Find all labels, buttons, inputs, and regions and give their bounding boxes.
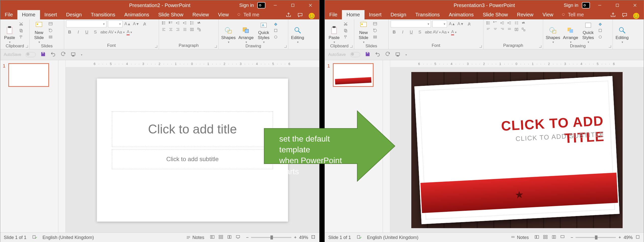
tab-design[interactable]: Design [386,10,411,19]
layout-icon[interactable] [372,21,378,26]
subtitle-placeholder[interactable]: Click to add subtitle [112,149,273,169]
indent-dec-icon[interactable] [500,20,505,25]
new-slide-button[interactable]: New Slide▼ [32,20,46,44]
section-icon[interactable] [48,34,53,40]
quick-styles-button[interactable]: AQuick Styles▼ [256,20,271,44]
font-size-combo[interactable]: ▼ [432,20,447,27]
feedback-icon[interactable] [309,13,315,19]
thumbnail-1[interactable]: 1 [3,63,56,87]
quick-styles-button[interactable]: Quick Styles▼ [580,20,596,44]
zoom-in-icon[interactable]: + [294,235,297,240]
tab-home[interactable]: Home [342,10,364,19]
tab-home[interactable]: Home [17,10,40,19]
section-icon[interactable] [372,34,378,40]
columns-icon[interactable] [189,27,195,32]
bold-button[interactable]: B [391,29,398,36]
tab-review[interactable]: Review [512,10,538,19]
signin-link[interactable]: Sign in [239,3,254,8]
tell-me[interactable]: Tell me [233,10,263,19]
text-direction-icon[interactable]: ↕A [196,20,202,25]
shape-effects-icon[interactable] [597,34,603,40]
italic-button[interactable]: I [399,29,406,36]
tab-transitions[interactable]: Transitions [86,10,120,19]
italic-button[interactable]: I [75,29,82,36]
start-from-beginning-icon[interactable] [395,51,400,58]
bold-button[interactable]: B [66,29,73,36]
reading-view-icon[interactable] [551,234,556,241]
reading-view-icon[interactable] [227,234,232,241]
comments-icon[interactable] [297,12,303,19]
smartart-icon[interactable] [196,27,202,32]
shape-outline-icon[interactable] [273,28,278,33]
title-placeholder[interactable]: Click to add title [112,111,273,147]
align-left-icon[interactable] [161,27,167,32]
char-spacing-icon[interactable]: AV▼ [109,29,116,36]
zoom-out-icon[interactable]: − [246,235,249,240]
shape-fill-icon[interactable] [273,21,278,26]
fit-to-window-icon[interactable] [635,234,640,241]
undo-icon[interactable] [375,51,380,58]
arrange-button[interactable]: Arrange▼ [562,20,579,44]
shadow-button[interactable]: S [416,29,423,36]
signin-link[interactable]: Sign in [564,3,578,8]
font-color-icon[interactable]: A▼ [451,29,458,36]
clear-format-icon[interactable]: A̷ [141,21,148,27]
tab-slideshow[interactable]: Slide Show [478,10,512,19]
normal-view-icon[interactable] [210,234,215,241]
tab-file[interactable]: File [325,10,342,19]
zoom-slider[interactable] [251,237,291,238]
dialog-launcher-icon[interactable] [284,45,287,48]
tab-view[interactable]: View [538,10,558,19]
numbering-icon[interactable]: 12 [168,20,174,25]
justify-icon[interactable] [182,27,188,32]
dialog-launcher-icon[interactable] [538,45,542,48]
start-from-beginning-icon[interactable] [70,51,76,58]
tab-file[interactable]: File [0,10,17,19]
tab-animations[interactable]: Animations [120,10,154,19]
shapes-button[interactable]: Shapes▼ [221,20,236,44]
notes-button[interactable]: Notes [186,235,204,240]
new-slide-button[interactable]: New Slide▼ [356,20,371,44]
numbering-icon[interactable]: 1 [493,20,498,25]
shape-outline-icon[interactable] [597,28,603,33]
grow-font-icon[interactable]: A▲ [449,21,456,27]
copy-icon[interactable] [343,28,348,33]
save-icon[interactable] [40,51,46,58]
dialog-launcher-icon[interactable] [25,45,28,48]
dialog-launcher-icon[interactable] [608,45,612,48]
indent-dec-icon[interactable] [175,20,181,25]
zoom-control[interactable]: − + 49% [246,234,316,241]
minimize-button[interactable] [591,0,609,10]
normal-view-icon[interactable] [534,234,539,241]
reset-icon[interactable] [372,28,378,33]
align-right-icon[interactable] [500,27,505,32]
font-family-combo[interactable]: ▼ [66,20,106,27]
clear-format-icon[interactable]: A̷ [466,21,473,27]
comments-icon[interactable] [622,12,628,19]
feedback-icon[interactable] [633,13,639,19]
font-size-combo[interactable]: ▼ [108,20,123,27]
strike-button[interactable]: abc [425,29,432,36]
tab-design[interactable]: Design [62,10,86,19]
shapes-button[interactable]: Shapes▼ [545,20,561,44]
columns-icon[interactable] [514,27,519,32]
indent-inc-icon[interactable] [182,20,188,25]
cut-icon[interactable] [343,21,348,26]
indent-inc-icon[interactable] [507,20,512,25]
font-family-combo[interactable]: ▼ [391,20,431,27]
align-center-icon[interactable] [168,27,174,32]
tab-insert[interactable]: Insert [40,10,62,19]
close-button[interactable] [302,0,319,10]
text-direction-icon[interactable]: ↕A [521,20,526,25]
zoom-out-icon[interactable]: − [571,235,573,240]
tab-review[interactable]: Review [188,10,214,19]
dialog-launcher-icon[interactable] [214,45,217,48]
format-painter-icon[interactable] [18,34,24,40]
shrink-font-icon[interactable]: A▼ [133,21,140,27]
redo-icon[interactable] [60,51,66,58]
format-painter-icon[interactable] [343,34,348,40]
dialog-launcher-icon[interactable] [154,45,158,48]
zoom-slider[interactable] [576,237,616,238]
justify-icon[interactable] [507,27,512,32]
strike-button[interactable]: abc [100,29,107,36]
